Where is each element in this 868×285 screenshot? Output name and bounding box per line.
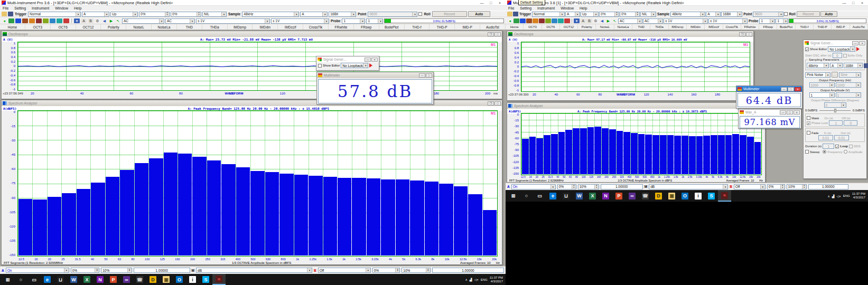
network-icon[interactable]	[832, 194, 835, 198]
channel-b-offset-spinner[interactable]: 10%	[787, 184, 807, 189]
trigger-edge-select[interactable]: Up	[581, 12, 599, 17]
spinner-buttons-icon[interactable]	[780, 185, 785, 189]
channel-b-offset-spinner[interactable]: 10%	[402, 268, 431, 273]
show-editor-checkbox[interactable]	[805, 48, 809, 51]
panel-tab[interactable]: THD-P	[430, 24, 455, 30]
minimize-button[interactable]: —	[781, 87, 787, 91]
spectrum-plot[interactable]: M1	[521, 113, 762, 175]
start-icon[interactable]: ⊞	[507, 190, 520, 202]
range-a-select[interactable]: ± 1V	[196, 18, 270, 24]
panel-tab[interactable]: NoiseLa	[614, 24, 632, 30]
minimize-button[interactable]: —	[365, 58, 371, 62]
trigger-mode-select[interactable]: Normal	[28, 12, 81, 17]
language-indicator[interactable]: ENG	[843, 194, 850, 197]
maximize-button[interactable]: □	[426, 73, 432, 78]
panel-tab[interactable]: THD-f	[405, 24, 430, 30]
chevron-up-icon[interactable]	[465, 278, 468, 281]
panel-tab[interactable]: OCT6	[542, 24, 560, 30]
visual-studio-icon[interactable]: ∞	[120, 274, 133, 285]
panel-tab[interactable]: Polarity	[101, 24, 126, 30]
coupling-b-select[interactable]: AC	[165, 18, 195, 24]
spinner-buttons-icon[interactable]	[127, 268, 132, 272]
channel-b-state-select[interactable]: Off	[318, 268, 371, 273]
menu-item[interactable]: Instrument	[537, 6, 555, 10]
spectrum-title-bar[interactable]: Spectrum Analyzer ❐ □	[507, 103, 765, 109]
close-button[interactable]: ×	[859, 41, 865, 45]
settings-wrench-icon[interactable]: ⚙	[593, 18, 599, 23]
play-icon[interactable]: ▶	[605, 18, 611, 23]
maximize-button[interactable]: □	[494, 32, 501, 36]
phone-icon[interactable]: ☎	[639, 190, 652, 202]
lcr-meter-icon[interactable]	[63, 18, 69, 23]
panel-tab[interactable]: Polarity	[578, 24, 596, 30]
panel-tab[interactable]: CrossTlk	[723, 24, 741, 30]
close-button[interactable]: ×	[794, 110, 800, 115]
store-icon[interactable]: ⊔	[54, 274, 67, 285]
trigger-source-select[interactable]: A	[565, 12, 580, 17]
menu-item[interactable]: Help	[580, 6, 587, 10]
unit-select[interactable]: dB	[196, 268, 312, 273]
channel-b-scale-field[interactable]: 1.00000	[432, 268, 504, 273]
menu-item[interactable]: Instrument	[32, 6, 49, 10]
signal-generator-title-bar[interactable]: Signal Gener... — ×	[316, 56, 379, 62]
spectrum-analyzer-icon[interactable]	[520, 18, 526, 23]
minimize-button[interactable]: —	[780, 110, 786, 115]
coupling-a-select[interactable]: AC	[618, 18, 642, 24]
range-a-select[interactable]: ± 1V	[664, 18, 708, 24]
panel-tab[interactable]: THD-f	[796, 24, 814, 30]
spectrum-analyzer-icon[interactable]	[15, 18, 21, 23]
spinner-buttons-icon[interactable]	[572, 185, 576, 189]
search-icon[interactable]: ○	[14, 274, 27, 285]
input-b-icon[interactable]: B	[88, 18, 94, 23]
oscilloscope-icon[interactable]	[514, 18, 519, 23]
menu-item[interactable]: File	[508, 6, 514, 10]
multi-instrument-icon[interactable]: ≈	[212, 274, 226, 285]
spectrogram-icon[interactable]	[57, 18, 62, 23]
trigger-source-select[interactable]: A	[82, 12, 109, 17]
visual-studio-icon[interactable]: ∞	[626, 190, 639, 202]
panel-tab[interactable]: IMDccif	[705, 24, 723, 30]
unit-select[interactable]: dB	[649, 184, 728, 189]
panel-tab[interactable]: IMDsmp	[669, 24, 687, 30]
generator-bits-select[interactable]: 16Bit	[844, 63, 863, 68]
edge-icon[interactable]: e	[41, 274, 54, 285]
panel-tab[interactable]: OCT12	[560, 24, 578, 30]
channel-b-gain-spinner[interactable]: 0%	[767, 184, 785, 189]
data-logger-icon[interactable]	[539, 18, 545, 23]
word-icon[interactable]: W	[67, 274, 80, 285]
channel-a-state-select[interactable]: On	[6, 268, 69, 273]
waveform-a-select[interactable]: Pink Noise	[805, 72, 830, 78]
loopback-select[interactable]: No Loopback	[828, 46, 855, 52]
menu-item[interactable]: File	[3, 6, 8, 10]
multimeter-title-bar[interactable]: Multimeter — □ ×	[736, 86, 802, 92]
panel-tab[interactable]: CrossTlk	[303, 24, 329, 30]
spinner-buttons-icon[interactable]	[426, 268, 430, 272]
ddp-viewer-icon[interactable]	[43, 18, 49, 23]
taskbar-clock[interactable]: 11:37 PM 4/3/2017	[490, 276, 503, 283]
sound-output-icon[interactable]: ◀	[101, 18, 107, 23]
signal-generator-title-bar[interactable]: Signal Gener... — ×	[804, 40, 866, 46]
channel-a-gain-spinner[interactable]: 0%	[557, 184, 576, 189]
oscilloscope-plot[interactable]: M1	[521, 42, 750, 92]
spinner-buttons-icon[interactable]	[614, 12, 619, 16]
maximize-button[interactable]: □	[494, 101, 501, 106]
speaker-icon[interactable]	[837, 194, 841, 198]
input-a-icon[interactable]: A	[81, 18, 87, 23]
channel-b-gain-spinner[interactable]: 0%	[372, 268, 400, 273]
channel-b-state-select[interactable]: Off	[734, 184, 766, 189]
open-icon[interactable]	[2, 12, 7, 16]
panel-tab[interactable]: FRswp	[759, 24, 777, 30]
trigger-mode-select[interactable]: Normal	[532, 12, 565, 17]
excel-icon[interactable]: X	[586, 190, 599, 202]
minimize-button[interactable]	[478, 1, 486, 5]
minimize-button[interactable]	[840, 1, 848, 5]
trigger-hpf-select[interactable]: NIL	[640, 12, 656, 17]
maximize-button[interactable]: □	[787, 110, 793, 115]
generator-run-icon[interactable]	[369, 63, 372, 68]
device-test-plan-icon[interactable]	[552, 18, 557, 23]
language-indicator[interactable]: ENG	[481, 278, 488, 281]
panel-tab[interactable]: BodePlot	[379, 24, 405, 30]
level-slider[interactable]	[819, 110, 850, 111]
channel-a-scale-field[interactable]: 1.00000	[601, 184, 643, 189]
spectrum-3d-plot-icon[interactable]	[29, 18, 35, 23]
